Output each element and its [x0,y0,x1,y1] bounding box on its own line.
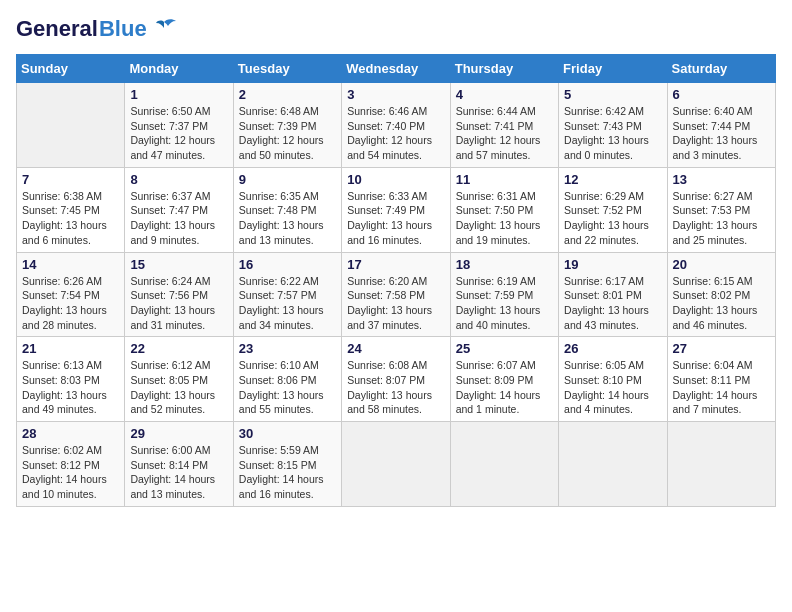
calendar-cell: 21Sunrise: 6:13 AM Sunset: 8:03 PM Dayli… [17,337,125,422]
calendar-week-row: 21Sunrise: 6:13 AM Sunset: 8:03 PM Dayli… [17,337,776,422]
day-number: 17 [347,257,444,272]
calendar-cell: 29Sunrise: 6:00 AM Sunset: 8:14 PM Dayli… [125,422,233,507]
weekday-header-tuesday: Tuesday [233,55,341,83]
day-info: Sunrise: 6:40 AM Sunset: 7:44 PM Dayligh… [673,104,770,163]
page-header: General Blue [16,16,776,42]
day-info: Sunrise: 6:33 AM Sunset: 7:49 PM Dayligh… [347,189,444,248]
calendar-cell: 11Sunrise: 6:31 AM Sunset: 7:50 PM Dayli… [450,167,558,252]
day-info: Sunrise: 6:13 AM Sunset: 8:03 PM Dayligh… [22,358,119,417]
day-info: Sunrise: 6:15 AM Sunset: 8:02 PM Dayligh… [673,274,770,333]
day-number: 1 [130,87,227,102]
weekday-header-wednesday: Wednesday [342,55,450,83]
calendar-cell [17,83,125,168]
calendar-cell: 25Sunrise: 6:07 AM Sunset: 8:09 PM Dayli… [450,337,558,422]
day-number: 11 [456,172,553,187]
weekday-header-friday: Friday [559,55,667,83]
day-number: 26 [564,341,661,356]
day-info: Sunrise: 6:20 AM Sunset: 7:58 PM Dayligh… [347,274,444,333]
calendar-cell: 27Sunrise: 6:04 AM Sunset: 8:11 PM Dayli… [667,337,775,422]
day-number: 14 [22,257,119,272]
day-info: Sunrise: 6:22 AM Sunset: 7:57 PM Dayligh… [239,274,336,333]
calendar-cell [342,422,450,507]
logo-bird-icon [150,18,178,40]
day-number: 3 [347,87,444,102]
day-number: 9 [239,172,336,187]
day-info: Sunrise: 6:12 AM Sunset: 8:05 PM Dayligh… [130,358,227,417]
day-number: 20 [673,257,770,272]
calendar-cell: 6Sunrise: 6:40 AM Sunset: 7:44 PM Daylig… [667,83,775,168]
calendar-cell: 16Sunrise: 6:22 AM Sunset: 7:57 PM Dayli… [233,252,341,337]
weekday-header-monday: Monday [125,55,233,83]
logo-general: General [16,17,98,41]
calendar-cell: 22Sunrise: 6:12 AM Sunset: 8:05 PM Dayli… [125,337,233,422]
day-info: Sunrise: 6:08 AM Sunset: 8:07 PM Dayligh… [347,358,444,417]
day-info: Sunrise: 6:05 AM Sunset: 8:10 PM Dayligh… [564,358,661,417]
calendar-cell [450,422,558,507]
day-number: 15 [130,257,227,272]
calendar-cell: 17Sunrise: 6:20 AM Sunset: 7:58 PM Dayli… [342,252,450,337]
calendar-cell: 9Sunrise: 6:35 AM Sunset: 7:48 PM Daylig… [233,167,341,252]
calendar-cell: 14Sunrise: 6:26 AM Sunset: 7:54 PM Dayli… [17,252,125,337]
calendar-cell: 1Sunrise: 6:50 AM Sunset: 7:37 PM Daylig… [125,83,233,168]
day-number: 8 [130,172,227,187]
day-number: 5 [564,87,661,102]
day-info: Sunrise: 6:31 AM Sunset: 7:50 PM Dayligh… [456,189,553,248]
calendar-cell: 4Sunrise: 6:44 AM Sunset: 7:41 PM Daylig… [450,83,558,168]
day-info: Sunrise: 6:27 AM Sunset: 7:53 PM Dayligh… [673,189,770,248]
calendar-cell: 30Sunrise: 5:59 AM Sunset: 8:15 PM Dayli… [233,422,341,507]
calendar-cell [559,422,667,507]
calendar-table: SundayMondayTuesdayWednesdayThursdayFrid… [16,54,776,507]
day-info: Sunrise: 6:17 AM Sunset: 8:01 PM Dayligh… [564,274,661,333]
calendar-week-row: 28Sunrise: 6:02 AM Sunset: 8:12 PM Dayli… [17,422,776,507]
day-info: Sunrise: 6:19 AM Sunset: 7:59 PM Dayligh… [456,274,553,333]
calendar-cell: 2Sunrise: 6:48 AM Sunset: 7:39 PM Daylig… [233,83,341,168]
calendar-cell [667,422,775,507]
day-number: 13 [673,172,770,187]
day-number: 21 [22,341,119,356]
logo: General Blue [16,16,178,42]
day-info: Sunrise: 6:07 AM Sunset: 8:09 PM Dayligh… [456,358,553,417]
calendar-cell: 15Sunrise: 6:24 AM Sunset: 7:56 PM Dayli… [125,252,233,337]
weekday-header-row: SundayMondayTuesdayWednesdayThursdayFrid… [17,55,776,83]
calendar-cell: 5Sunrise: 6:42 AM Sunset: 7:43 PM Daylig… [559,83,667,168]
weekday-header-saturday: Saturday [667,55,775,83]
day-number: 2 [239,87,336,102]
day-number: 19 [564,257,661,272]
day-info: Sunrise: 6:04 AM Sunset: 8:11 PM Dayligh… [673,358,770,417]
day-info: Sunrise: 5:59 AM Sunset: 8:15 PM Dayligh… [239,443,336,502]
weekday-header-sunday: Sunday [17,55,125,83]
day-number: 6 [673,87,770,102]
day-number: 25 [456,341,553,356]
day-info: Sunrise: 6:35 AM Sunset: 7:48 PM Dayligh… [239,189,336,248]
day-info: Sunrise: 6:42 AM Sunset: 7:43 PM Dayligh… [564,104,661,163]
day-number: 12 [564,172,661,187]
day-info: Sunrise: 6:44 AM Sunset: 7:41 PM Dayligh… [456,104,553,163]
calendar-cell: 10Sunrise: 6:33 AM Sunset: 7:49 PM Dayli… [342,167,450,252]
day-number: 7 [22,172,119,187]
day-number: 23 [239,341,336,356]
day-info: Sunrise: 6:26 AM Sunset: 7:54 PM Dayligh… [22,274,119,333]
calendar-week-row: 7Sunrise: 6:38 AM Sunset: 7:45 PM Daylig… [17,167,776,252]
day-number: 16 [239,257,336,272]
day-info: Sunrise: 6:24 AM Sunset: 7:56 PM Dayligh… [130,274,227,333]
day-info: Sunrise: 6:46 AM Sunset: 7:40 PM Dayligh… [347,104,444,163]
calendar-cell: 24Sunrise: 6:08 AM Sunset: 8:07 PM Dayli… [342,337,450,422]
day-number: 27 [673,341,770,356]
day-number: 22 [130,341,227,356]
calendar-cell: 8Sunrise: 6:37 AM Sunset: 7:47 PM Daylig… [125,167,233,252]
day-number: 18 [456,257,553,272]
day-info: Sunrise: 6:37 AM Sunset: 7:47 PM Dayligh… [130,189,227,248]
calendar-cell: 20Sunrise: 6:15 AM Sunset: 8:02 PM Dayli… [667,252,775,337]
day-info: Sunrise: 6:00 AM Sunset: 8:14 PM Dayligh… [130,443,227,502]
day-info: Sunrise: 6:50 AM Sunset: 7:37 PM Dayligh… [130,104,227,163]
calendar-cell: 7Sunrise: 6:38 AM Sunset: 7:45 PM Daylig… [17,167,125,252]
calendar-week-row: 14Sunrise: 6:26 AM Sunset: 7:54 PM Dayli… [17,252,776,337]
day-info: Sunrise: 6:38 AM Sunset: 7:45 PM Dayligh… [22,189,119,248]
day-number: 30 [239,426,336,441]
day-number: 28 [22,426,119,441]
calendar-cell: 3Sunrise: 6:46 AM Sunset: 7:40 PM Daylig… [342,83,450,168]
calendar-cell: 28Sunrise: 6:02 AM Sunset: 8:12 PM Dayli… [17,422,125,507]
weekday-header-thursday: Thursday [450,55,558,83]
calendar-cell: 18Sunrise: 6:19 AM Sunset: 7:59 PM Dayli… [450,252,558,337]
day-info: Sunrise: 6:02 AM Sunset: 8:12 PM Dayligh… [22,443,119,502]
